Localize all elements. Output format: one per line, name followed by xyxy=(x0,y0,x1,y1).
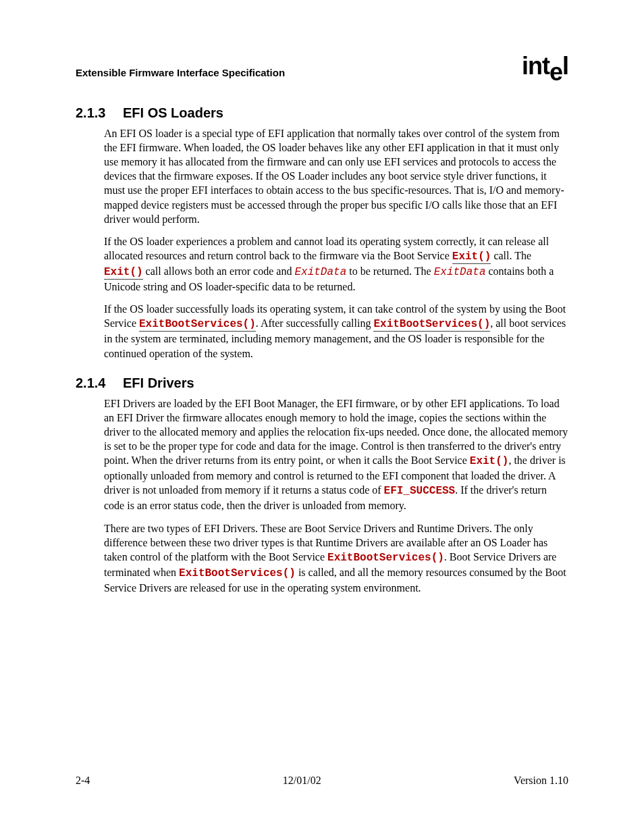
paragraph: There are two types of EFI Drivers. Thes… xyxy=(104,521,568,596)
code-exitdata: ExitData xyxy=(434,266,486,278)
code-link-exitboot[interactable]: ExitBootServices() xyxy=(373,318,490,332)
footer-version: Version 1.10 xyxy=(514,775,568,787)
section-heading-213: 2.1.3EFI OS Loaders xyxy=(76,105,568,121)
page-footer: 2-4 12/01/02 Version 1.10 xyxy=(76,775,568,787)
page-header: Extensible Firmware Interface Specificat… xyxy=(76,54,568,78)
footer-date: 12/01/02 xyxy=(283,775,321,787)
section-number: 2.1.4 xyxy=(76,375,123,391)
code-exitdata: ExitData xyxy=(294,266,346,278)
section-number: 2.1.3 xyxy=(76,105,123,121)
intel-logo: intel xyxy=(522,54,568,78)
paragraph: If the OS loader experiences a problem a… xyxy=(104,234,568,294)
code-link-exit[interactable]: Exit() xyxy=(452,251,491,264)
code-exit: Exit() xyxy=(470,455,509,467)
paragraph: EFI Drivers are loaded by the EFI Boot M… xyxy=(104,396,568,513)
section-title: EFI Drivers xyxy=(123,375,194,390)
code-link-exitboot[interactable]: ExitBootServices() xyxy=(139,318,256,332)
code-exitboot: ExitBootServices() xyxy=(179,567,296,579)
paragraph: If the OS loader successfully loads its … xyxy=(104,302,568,360)
code-efisuccess: EFI_SUCCESS xyxy=(384,485,456,497)
document-title: Extensible Firmware Interface Specificat… xyxy=(76,67,285,78)
section-heading-214: 2.1.4EFI Drivers xyxy=(76,375,568,391)
section-title: EFI OS Loaders xyxy=(123,105,223,120)
page-container: Extensible Firmware Interface Specificat… xyxy=(0,0,644,834)
footer-page-number: 2-4 xyxy=(76,775,90,787)
paragraph: An EFI OS loader is a special type of EF… xyxy=(104,126,568,226)
code-link-exit[interactable]: Exit() xyxy=(104,266,143,280)
code-exitboot: ExitBootServices() xyxy=(327,552,444,564)
